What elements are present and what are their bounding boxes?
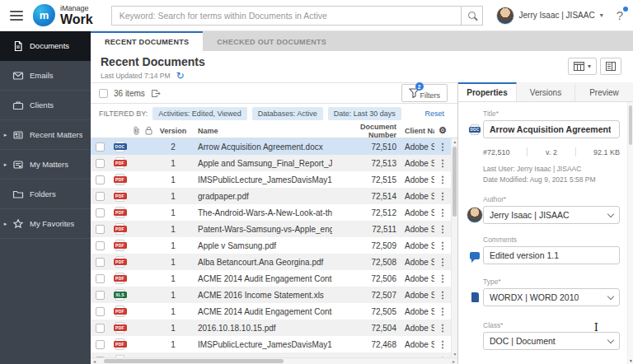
panel-toggle-button[interactable]	[600, 58, 621, 75]
panel-scrollbar[interactable]: ▾	[627, 102, 633, 364]
tab-preview[interactable]: Preview	[575, 82, 633, 101]
vertical-scrollbar[interactable]: ▴ ▾	[451, 138, 457, 357]
row-name[interactable]: gradpaper.pdf	[191, 192, 332, 201]
refresh-icon[interactable]: ↻	[176, 71, 185, 81]
row-name[interactable]: ACME 2014 Audit Engagement Contract (...	[191, 307, 332, 316]
row-name[interactable]: 2016.10.18.10.15.pdf	[191, 324, 332, 333]
help-button[interactable]: ?	[617, 8, 623, 22]
row-menu-icon[interactable]: ⋮	[438, 258, 448, 267]
table-row[interactable]: PDF 1 ACME 2014 Audit Engagement Contrac…	[91, 270, 451, 287]
row-menu-icon[interactable]: ⋮	[438, 291, 448, 300]
row-menu-icon[interactable]: ⋮	[438, 142, 448, 152]
table-row[interactable]: PDF 1 Patent-Wars-Samsung-vs-Apple_eng.p…	[91, 221, 451, 237]
table-row[interactable]: PDF 1 Apple and Samsung_Final_Report_JP.…	[91, 155, 451, 171]
row-checkbox[interactable]	[96, 340, 105, 349]
table-row[interactable]: PDF 1 Apple v Samsung.pdf 72,509 Adobe S…	[91, 237, 451, 254]
column-document-number[interactable]: Document Number	[332, 123, 396, 139]
horizontal-scrollbar[interactable]: ◂ ▸	[91, 357, 457, 364]
tab-checked-out-documents[interactable]: CHECKED OUT DOCUMENTS	[203, 31, 340, 51]
class-dropdown[interactable]: DOC | Document	[483, 332, 620, 350]
row-menu-icon[interactable]: ⋮	[438, 274, 448, 283]
row-menu-icon[interactable]: ⋮	[438, 192, 448, 201]
table-row[interactable]: XLS 1 ACME 2016 Income Statement.xls 72,…	[91, 287, 451, 303]
tab-versions[interactable]: Versions	[517, 82, 575, 101]
sidebar-item-emails[interactable]: ▸ Emails	[0, 61, 91, 91]
table-row[interactable]: PDF 1 IMSPublicLecture_JamesDavisMay16.p…	[91, 336, 451, 352]
row-checkbox[interactable]	[96, 307, 105, 316]
filter-chip-databases[interactable]: Databases: Active	[252, 107, 323, 120]
expand-arrow-icon[interactable]: ▸	[0, 161, 11, 168]
row-checkbox[interactable]	[96, 175, 105, 184]
filter-chip-activities[interactable]: Activities: Edited, Viewed	[152, 107, 246, 120]
table-row[interactable]: PDF 1 ACME 2014 Audit Engagement Contrac…	[91, 303, 451, 320]
sidebar-item-clients[interactable]: ▸ Clients	[0, 91, 91, 120]
row-checkbox[interactable]	[96, 142, 105, 152]
table-row[interactable]: DOC 2 Arrow Acquisition Agreement.docx 7…	[91, 138, 451, 155]
row-name[interactable]: IMSPublicLecture_JamesDavisMay16.pdf	[191, 340, 332, 349]
row-checkbox[interactable]	[96, 225, 105, 234]
hamburger-menu-icon[interactable]	[10, 11, 23, 21]
expand-arrow-icon[interactable]: ▸	[0, 221, 11, 227]
author-dropdown[interactable]: Jerry Isaac | JISAAC	[483, 206, 620, 224]
row-menu-icon[interactable]: ⋮	[438, 159, 448, 168]
row-checkbox[interactable]	[96, 291, 105, 300]
row-menu-icon[interactable]: ⋮	[438, 307, 448, 316]
expand-arrow-icon[interactable]: ▸	[0, 132, 11, 138]
type-dropdown[interactable]: WORDX | WORD 2010	[483, 288, 620, 306]
sidebar-item-my-favorites[interactable]: ▸ My Favorites	[0, 209, 91, 239]
row-name[interactable]: IMSPublicLecture_JamesDavisMay16.pdf	[191, 175, 332, 184]
row-checkbox[interactable]	[96, 274, 105, 283]
reset-filters-link[interactable]: Reset	[424, 110, 444, 118]
sidebar-item-folders[interactable]: ▸ Folders	[0, 180, 91, 209]
user-menu[interactable]: Jerry Isaac | JISAAC ▾	[496, 7, 603, 25]
table-row[interactable]: PDF 1 IMSPublicLecture_JamesDavisMay16.p…	[91, 171, 451, 188]
search-button[interactable]	[461, 6, 483, 26]
row-checkbox[interactable]	[96, 324, 105, 333]
row-name[interactable]: Alba Betancourt.Ana Georgina.pdf	[191, 258, 332, 267]
select-all-checkbox[interactable]	[99, 89, 108, 98]
tab-recent-documents[interactable]: RECENT DOCUMENTS	[91, 31, 203, 51]
row-checkbox[interactable]	[96, 241, 105, 250]
scroll-down-icon[interactable]: ▾	[628, 358, 633, 363]
table-row[interactable]: PDF 1 gradpaper.pdf 72,514 Adobe S ⋮	[91, 188, 451, 204]
lock-icon[interactable]	[145, 126, 152, 135]
row-menu-icon[interactable]: ⋮	[438, 340, 448, 349]
table-row[interactable]: PDF 1 2016.10.18.10.15.pdf 72,504 Adobe …	[91, 320, 451, 336]
row-menu-icon[interactable]: ⋮	[438, 241, 448, 250]
column-name[interactable]: Name	[191, 127, 332, 135]
filter-chip-date[interactable]: Date: Last 30 days	[328, 107, 401, 120]
scroll-left-icon[interactable]: ◂	[93, 358, 96, 364]
search-input[interactable]	[111, 6, 461, 26]
row-checkbox[interactable]	[96, 192, 105, 201]
row-name[interactable]: Apple and Samsung_Final_Report_JP.pdf	[191, 159, 332, 168]
row-name[interactable]: Patent-Wars-Samsung-vs-Apple_eng.pdf	[191, 225, 332, 234]
export-icon[interactable]	[151, 89, 161, 98]
row-name[interactable]: ACME 2016 Income Statement.xls	[191, 291, 332, 300]
filters-button[interactable]: 2 Filters	[401, 84, 448, 102]
row-name[interactable]: The-Android-Wars-A-New-Look-at-the-A...	[191, 208, 332, 217]
table-row[interactable]: PDF 1 Alba Betancourt.Ana Georgina.pdf 7…	[91, 254, 451, 270]
table-row[interactable]: PDF 1 The-Android-Wars-A-New-Look-at-the…	[91, 204, 451, 221]
sidebar-item-documents[interactable]: ▸ Documents	[0, 31, 91, 61]
row-name[interactable]: Apple v Samsung.pdf	[191, 241, 332, 250]
row-menu-icon[interactable]: ⋮	[438, 208, 448, 217]
panel-scroll-thumb[interactable]	[629, 105, 632, 145]
row-checkbox[interactable]	[96, 208, 105, 217]
row-checkbox[interactable]	[96, 159, 105, 168]
comments-input[interactable]: Edited version 1.1	[483, 246, 620, 264]
horizontal-scroll-thumb[interactable]	[104, 359, 284, 363]
column-version[interactable]: Version	[155, 127, 191, 135]
paperclip-icon[interactable]	[133, 126, 140, 135]
row-name[interactable]: ACME 2014 Audit Engagement Contract....	[191, 274, 332, 283]
column-settings-gear-icon[interactable]: ⚙	[438, 126, 447, 135]
vertical-scroll-thumb[interactable]	[452, 147, 457, 217]
row-checkbox[interactable]	[96, 258, 105, 267]
tab-properties[interactable]: Properties	[458, 82, 517, 101]
title-input[interactable]: Arrow Acquisition Agreement	[483, 120, 620, 138]
row-menu-icon[interactable]: ⋮	[438, 175, 448, 184]
row-menu-icon[interactable]: ⋮	[438, 324, 448, 333]
row-name[interactable]: Arrow Acquisition Agreement.docx	[191, 142, 332, 152]
column-client[interactable]: Client Na	[396, 127, 434, 135]
view-selector-button[interactable]: ▾	[568, 58, 597, 75]
scroll-right-icon[interactable]: ▸	[452, 358, 455, 364]
